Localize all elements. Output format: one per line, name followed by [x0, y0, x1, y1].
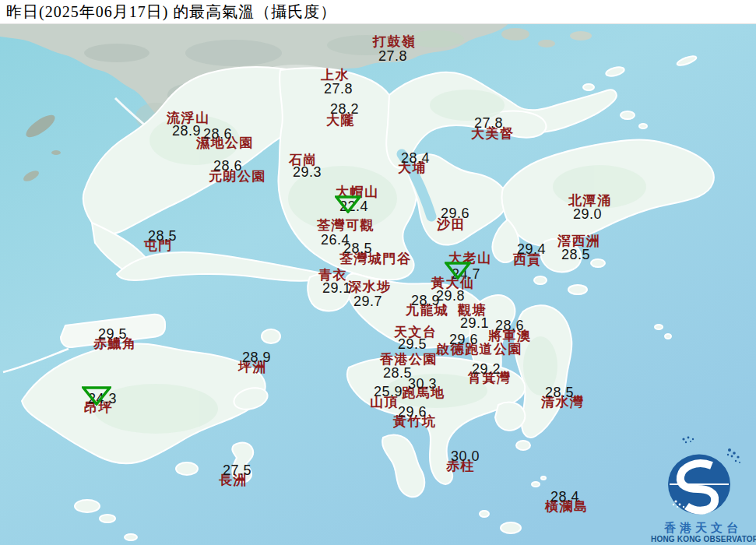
station-temperature-value: 29.0 [573, 207, 602, 221]
station-temperature-value: 28.5 [343, 241, 372, 255]
stations-layer: 打鼓嶺27.8上水27.8大隴28.2大美督27.8流浮山28.9濕地公園28.… [0, 0, 756, 545]
hko-logo-english-name: HONG KONG OBSERVATORY [651, 535, 755, 544]
station-temperature-value: 29.6 [449, 332, 478, 346]
station-temperature-value: 29.1 [322, 281, 351, 295]
hko-logo: 香港天文台 HONG KONG OBSERVATORY [651, 433, 755, 543]
station-name: 北潭涌 [568, 194, 612, 207]
station-name: 滘西洲 [557, 234, 601, 248]
station-temperature-value: 28.5 [148, 229, 177, 243]
station-name: 深水埗 [348, 280, 392, 294]
hko-logo-icon [651, 433, 755, 520]
title-bar: 昨日(2025年06月17日) 的最高氣溫（攝氏度） [0, 0, 756, 24]
station-name: 上水 [321, 69, 350, 82]
station-temperature-value: 28.6 [203, 127, 232, 141]
station-temperature-value: 28.9 [242, 350, 271, 364]
station-temperature-value: 29.2 [472, 362, 501, 376]
station-temperature-value: 27.5 [223, 463, 251, 477]
station-name: 香港公園 [380, 353, 438, 366]
station-temperature-value: 28.9 [172, 124, 201, 138]
page-title: 昨日(2025年06月17日) 的最高氣溫（攝氏度） [0, 2, 336, 23]
station-temperature-value: 30.3 [408, 377, 437, 391]
station-temperature-value: 29.8 [436, 289, 465, 303]
station-temperature-value: 27.8 [378, 49, 407, 63]
station-temperature-value: 27.8 [324, 82, 353, 96]
station-temperature-value: 28.6 [495, 318, 524, 332]
green-triangle-marker-icon [445, 262, 471, 280]
station-temperature-value: 29.6 [441, 206, 469, 220]
station-temperature-value: 29.5 [398, 337, 427, 351]
station-temperature-value: 28.2 [330, 102, 359, 116]
station-temperature-value: 28.5 [545, 385, 574, 399]
station-temperature-value: 28.4 [401, 151, 430, 165]
station-name: 打鼓嶺 [373, 35, 417, 48]
station-temperature-value: 29.4 [517, 242, 546, 256]
station-name: 荃灣可觀 [317, 219, 374, 232]
weather-map-page: 昨日(2025年06月17日) 的最高氣溫（攝氏度） 打鼓嶺27.8上水27.8… [0, 0, 756, 545]
station-temperature-value: 30.0 [451, 449, 480, 463]
station-temperature-value: 28.4 [550, 490, 579, 504]
green-triangle-marker-icon [335, 195, 361, 213]
station-temperature-value: 29.7 [353, 294, 382, 308]
green-triangle-marker-icon [82, 386, 111, 406]
station-temperature-value: 25.9 [374, 385, 403, 399]
hko-logo-chinese-name: 香港天文台 [651, 522, 755, 535]
station-temperature-value: 29.1 [460, 316, 489, 330]
station-temperature-value: 27.8 [474, 116, 503, 130]
station-temperature-value: 28.5 [561, 248, 590, 262]
station-temperature-value: 29.5 [98, 327, 127, 341]
station-temperature-value: 28.6 [213, 159, 242, 173]
station-temperature-value: 29.6 [398, 405, 427, 419]
station-temperature-value: 28.9 [411, 294, 440, 308]
station-temperature-value: 29.3 [293, 165, 322, 179]
